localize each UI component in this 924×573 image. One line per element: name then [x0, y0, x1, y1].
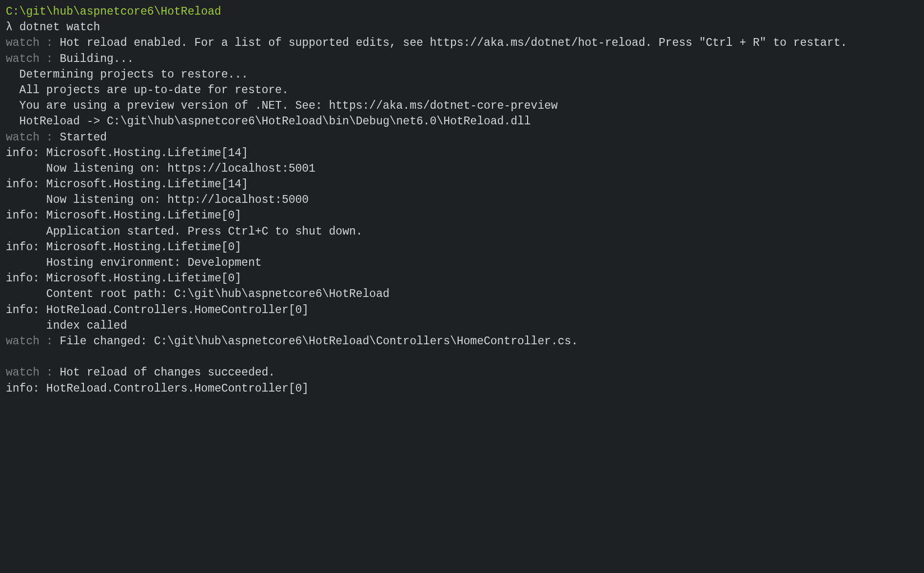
output-text: Microsoft.Hosting.Lifetime[14] — [46, 147, 248, 159]
output-text: All projects are up-to-date for restore. — [20, 84, 289, 97]
info-prefix: info: — [6, 304, 46, 316]
watch-prefix: watch : — [6, 53, 59, 65]
output-text: Application started. Press Ctrl+C to shu… — [46, 225, 363, 238]
output-lines: watch : Hot reload enabled. For a list o… — [6, 37, 847, 395]
output-text: File changed: C:\git\hub\aspnetcore6\Hot… — [59, 335, 578, 348]
output-text: Hosting environment: Development — [46, 257, 262, 269]
watch-prefix: watch : — [6, 131, 59, 144]
output-text: Now listening on: https://localhost:5001 — [46, 162, 315, 175]
output-text: Determining projects to restore... — [20, 68, 248, 81]
info-prefix: info: — [6, 382, 46, 395]
output-text: Microsoft.Hosting.Lifetime[14] — [46, 178, 248, 191]
current-path: C:\git\hub\aspnetcore6\HotReload — [6, 5, 221, 18]
watch-prefix: watch : — [6, 366, 59, 379]
info-prefix: info: — [6, 209, 46, 222]
output-text: Hot reload of changes succeeded. — [59, 366, 275, 379]
output-text: Microsoft.Hosting.Lifetime[0] — [46, 272, 241, 285]
output-text: Started — [59, 131, 107, 144]
output-text: Microsoft.Hosting.Lifetime[0] — [46, 209, 241, 222]
output-text: HotReload.Controllers.HomeController[0] — [46, 304, 309, 316]
terminal-output[interactable]: C:\git\hub\aspnetcore6\HotReload λ dotne… — [6, 4, 918, 396]
info-prefix: info: — [6, 241, 46, 254]
command-input: dotnet watch — [20, 21, 100, 34]
output-text: Now listening on: http://localhost:5000 — [46, 194, 309, 206]
output-text: index called — [46, 319, 127, 332]
output-text: Microsoft.Hosting.Lifetime[0] — [46, 241, 241, 254]
info-prefix: info: — [6, 178, 46, 191]
info-prefix: info: — [6, 272, 46, 285]
output-text: HotReload.Controllers.HomeController[0] — [46, 382, 309, 395]
info-prefix: info: — [6, 147, 46, 159]
watch-prefix: watch : — [6, 37, 59, 49]
prompt-symbol: λ — [6, 21, 13, 34]
watch-prefix: watch : — [6, 335, 59, 348]
output-text: HotReload -> C:\git\hub\aspnetcore6\HotR… — [20, 115, 531, 128]
output-text: You are using a preview version of .NET.… — [20, 99, 558, 112]
output-text: Building... — [59, 53, 134, 65]
output-text: Content root path: C:\git\hub\aspnetcore… — [46, 288, 390, 300]
output-text: Hot reload enabled. For a list of suppor… — [59, 37, 847, 49]
